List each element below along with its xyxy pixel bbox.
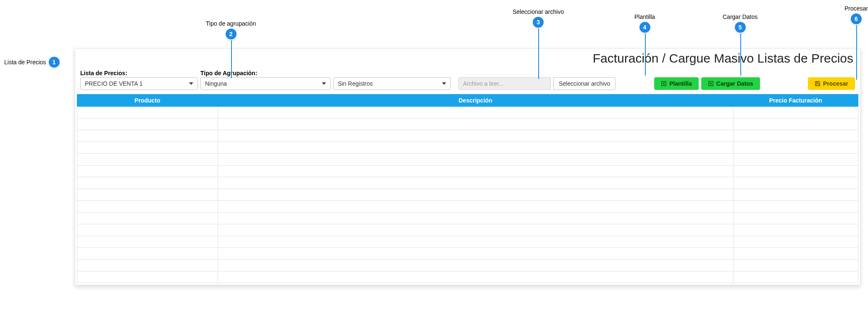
save-icon bbox=[815, 81, 821, 87]
main-panel: Facturación / Cargue Masivo Listas de Pr… bbox=[75, 48, 860, 285]
table-row[interactable] bbox=[77, 189, 858, 201]
plantilla-button-label: Plantilla bbox=[669, 80, 692, 87]
cell-descripcion[interactable] bbox=[218, 248, 733, 260]
callout-1-badge: 1 bbox=[49, 57, 60, 68]
cell-precio[interactable] bbox=[733, 271, 858, 283]
cell-descripcion[interactable] bbox=[218, 166, 733, 177]
callout-2-badge: 2 bbox=[226, 29, 237, 39]
excel-icon bbox=[661, 81, 667, 87]
cell-descripcion[interactable] bbox=[218, 118, 733, 130]
table-row[interactable] bbox=[77, 236, 858, 248]
page-title: Facturación / Cargue Masivo Listas de Pr… bbox=[75, 49, 860, 70]
cell-precio[interactable] bbox=[733, 248, 858, 260]
cargar-datos-button[interactable]: Cargar Datos bbox=[701, 77, 760, 90]
agrup-label: Tipo de Agrupación: bbox=[200, 70, 331, 76]
table-row[interactable] bbox=[77, 201, 858, 213]
cell-producto[interactable] bbox=[77, 177, 218, 189]
procesar-button[interactable]: Procesar bbox=[808, 77, 855, 90]
cell-descripcion[interactable] bbox=[218, 213, 733, 224]
reg-select[interactable]: Sin Registros bbox=[333, 77, 451, 90]
cell-precio[interactable] bbox=[733, 177, 858, 189]
cell-precio[interactable] bbox=[733, 142, 858, 154]
callout-5-badge: 5 bbox=[735, 22, 746, 33]
cell-precio[interactable] bbox=[733, 213, 858, 224]
table-row[interactable] bbox=[77, 154, 858, 166]
cell-precio[interactable] bbox=[733, 154, 858, 166]
cell-descripcion[interactable] bbox=[218, 260, 733, 271]
cell-descripcion[interactable] bbox=[218, 271, 733, 283]
svg-rect-3 bbox=[816, 84, 819, 86]
cell-producto[interactable] bbox=[77, 224, 218, 236]
table-row[interactable] bbox=[77, 260, 858, 271]
table-row[interactable] bbox=[77, 166, 858, 177]
callout-2: Tipo de agrupación 2 bbox=[206, 20, 256, 39]
precio-select[interactable]: PRECIO DE VENTA 1 bbox=[80, 77, 198, 90]
callout-4-label: Plantilla bbox=[634, 13, 655, 20]
callout-1-label: Lista de Precios bbox=[4, 59, 46, 66]
callout-3-label: Seleccionar archivo bbox=[513, 8, 564, 15]
svg-rect-2 bbox=[816, 81, 818, 83]
col-producto-header: Producto bbox=[77, 95, 218, 107]
table-row[interactable] bbox=[77, 107, 858, 118]
agrup-select[interactable]: Ninguna bbox=[200, 77, 331, 90]
cell-descripcion[interactable] bbox=[218, 236, 733, 248]
cell-precio[interactable] bbox=[733, 107, 858, 118]
cell-descripcion[interactable] bbox=[218, 224, 733, 236]
select-file-button[interactable]: Seleccionar archivo bbox=[553, 77, 615, 90]
cell-precio[interactable] bbox=[733, 236, 858, 248]
table-row[interactable] bbox=[77, 224, 858, 236]
cell-descripcion[interactable] bbox=[218, 130, 733, 142]
callout-3: Seleccionar archivo 3 bbox=[513, 8, 564, 28]
callout-6: Procesar 6 bbox=[844, 5, 868, 24]
cell-producto[interactable] bbox=[77, 118, 218, 130]
cell-producto[interactable] bbox=[77, 142, 218, 154]
cell-descripcion[interactable] bbox=[218, 201, 733, 213]
cell-precio[interactable] bbox=[733, 201, 858, 213]
cell-producto[interactable] bbox=[77, 130, 218, 142]
callout-5: Cargar Datos 5 bbox=[723, 13, 758, 33]
file-display: Archivo a leer... bbox=[458, 77, 551, 90]
table-row[interactable] bbox=[77, 248, 858, 260]
plantilla-button[interactable]: Plantilla bbox=[654, 77, 699, 90]
cell-producto[interactable] bbox=[77, 154, 218, 166]
callout-2-label: Tipo de agrupación bbox=[206, 20, 256, 27]
cell-precio[interactable] bbox=[733, 189, 858, 201]
cell-producto[interactable] bbox=[77, 189, 218, 201]
cell-descripcion[interactable] bbox=[218, 142, 733, 154]
callout-3-badge: 3 bbox=[533, 17, 544, 28]
cell-producto[interactable] bbox=[77, 201, 218, 213]
callout-4: Plantilla 4 bbox=[634, 13, 655, 33]
cell-precio[interactable] bbox=[733, 130, 858, 142]
cell-precio[interactable] bbox=[733, 224, 858, 236]
cell-producto[interactable] bbox=[77, 236, 218, 248]
filter-agrup-group: Tipo de Agrupación: Ninguna bbox=[200, 70, 331, 90]
callout-6-label: Procesar bbox=[844, 5, 868, 12]
table-row[interactable] bbox=[77, 177, 858, 189]
cell-descripcion[interactable] bbox=[218, 189, 733, 201]
cell-producto[interactable] bbox=[77, 166, 218, 177]
filter-precio-group: Lista de Precios: PRECIO DE VENTA 1 bbox=[80, 70, 198, 90]
cell-descripcion[interactable] bbox=[218, 154, 733, 166]
table-row[interactable] bbox=[77, 271, 858, 283]
cell-descripcion[interactable] bbox=[218, 107, 733, 118]
table-row[interactable] bbox=[77, 213, 858, 224]
table-row[interactable] bbox=[77, 142, 858, 154]
callout-1: Lista de Precios 1 bbox=[4, 57, 60, 68]
cell-producto[interactable] bbox=[77, 260, 218, 271]
cell-producto[interactable] bbox=[77, 213, 218, 224]
cell-producto[interactable] bbox=[77, 107, 218, 118]
cargar-datos-button-label: Cargar Datos bbox=[716, 80, 753, 87]
cell-precio[interactable] bbox=[733, 260, 858, 271]
grid-header-row: Producto Descripción Precio Facturación bbox=[77, 95, 858, 107]
col-descripcion-header: Descripción bbox=[218, 95, 733, 107]
cell-descripcion[interactable] bbox=[218, 177, 733, 189]
cell-precio[interactable] bbox=[733, 166, 858, 177]
cell-producto[interactable] bbox=[77, 271, 218, 283]
table-row[interactable] bbox=[77, 118, 858, 130]
procesar-button-label: Procesar bbox=[823, 80, 848, 87]
col-precio-header: Precio Facturación bbox=[733, 95, 858, 107]
table-row[interactable] bbox=[77, 130, 858, 142]
cell-producto[interactable] bbox=[77, 248, 218, 260]
callout-5-label: Cargar Datos bbox=[723, 13, 758, 20]
cell-precio[interactable] bbox=[733, 118, 858, 130]
